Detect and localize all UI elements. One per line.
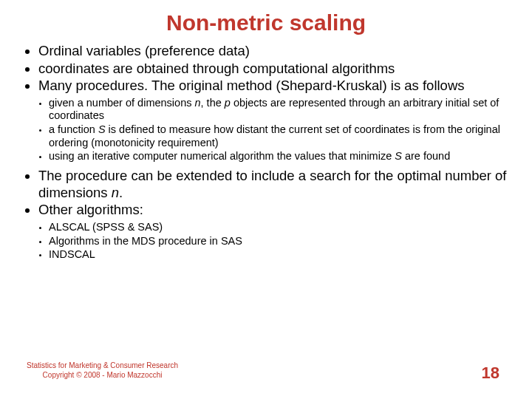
text: a function — [49, 123, 98, 135]
sub-bullet-item: INDSCAL — [49, 248, 514, 262]
slide: Non-metric scaling Ordinal variables (pr… — [0, 0, 532, 399]
var-p: p — [225, 97, 231, 109]
footer-line-1: Statistics for Marketing & Consumer Rese… — [27, 361, 178, 371]
var-n: n — [194, 97, 200, 109]
sub-bullet-item: a function S is defined to measure how d… — [49, 123, 514, 149]
bullet-list-2b: ALSCAL (SPSS & SAS) Algorithms in the MD… — [18, 221, 514, 262]
text: , the — [201, 97, 225, 109]
page-number: 18 — [482, 364, 499, 383]
sub-bullet-item: ALSCAL (SPSS & SAS) — [49, 221, 514, 234]
text: . — [119, 185, 123, 200]
text: given a number of dimensions — [49, 97, 194, 109]
bullet-item: Other algorithms: — [38, 202, 514, 219]
text: are found — [402, 150, 450, 162]
bullet-list-1: Ordinal variables (preference data) coor… — [18, 43, 514, 95]
footer: Statistics for Marketing & Consumer Rese… — [27, 361, 178, 380]
text: The procedure can be extended to include… — [38, 168, 507, 200]
sub-bullet-item: given a number of dimensions n, the p ob… — [49, 97, 514, 123]
var-s: S — [395, 150, 402, 162]
var-n: n — [112, 185, 119, 200]
slide-title: Non-metric scaling — [18, 0, 514, 41]
bullet-item: Many procedures. The original method (Sh… — [38, 78, 514, 95]
text: is defined to measure how distant the cu… — [49, 123, 500, 149]
text: using an iterative computer numerical al… — [49, 150, 395, 162]
bullet-list-2: given a number of dimensions n, the p ob… — [18, 97, 514, 163]
footer-line-2: Copyright © 2008 - Mario Mazzocchi — [27, 371, 178, 381]
sub-bullet-item: Algorithms in the MDS procedure in SAS — [49, 235, 514, 248]
var-s: S — [98, 123, 106, 135]
bullet-item: Ordinal variables (preference data) — [38, 43, 514, 60]
bullet-item: The procedure can be extended to include… — [38, 168, 514, 201]
sub-bullet-item: using an iterative computer numerical al… — [49, 150, 514, 163]
bullet-item: coordinates are obtained through computa… — [38, 61, 514, 78]
bullet-list-1b: The procedure can be extended to include… — [18, 168, 514, 219]
